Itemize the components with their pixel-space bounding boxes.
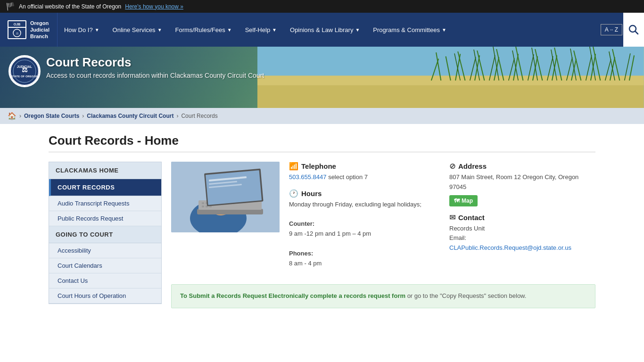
nav-bar: OJB ⚖ Oregon Judicial Branch How Do I? ▼… (0, 13, 644, 47)
hero-banner: JUDICIAL ⚖ STATE OF OREGON Court Records… (0, 47, 644, 108)
nav-self-help[interactable]: Self-Help ▼ (239, 13, 283, 47)
translate-button[interactable]: A ↔ Z (601, 24, 622, 35)
official-text: An official website of the State of Oreg… (19, 3, 121, 10)
nav-logo-text: Oregon Judicial Branch (30, 20, 50, 40)
svg-rect-10 (257, 75, 644, 85)
svg-text:OJB: OJB (14, 23, 20, 26)
nav-links: How Do I? ▼ Online Services ▼ Forms/Rule… (58, 13, 601, 47)
sidebar-section-clackamas-home[interactable]: CLACKAMAS HOME (49, 162, 161, 179)
main-content: Court Records - Home CLACKAMAS HOME COUR… (39, 124, 605, 318)
sidebar: CLACKAMAS HOME COURT RECORDS Audio Trans… (49, 162, 162, 304)
svg-text:STATE OF OREGON: STATE OF OREGON (11, 75, 38, 78)
hours-text: Monday through Friday, excluding legal h… (289, 200, 435, 269)
right-content: 📶 Telephone 503.655.8447 select option 7… (171, 162, 595, 308)
person-laptop-svg (171, 162, 280, 232)
phone-icon: 📶 (289, 162, 298, 171)
court-seal: JUDICIAL ⚖ STATE OF OREGON (8, 55, 41, 87)
svg-text:⚖: ⚖ (22, 66, 28, 74)
email-link[interactable]: CLAPublic.Records.Request@ojd.state.or.u… (449, 244, 571, 251)
breadcrumb-separator: › (176, 113, 178, 119)
chevron-down-icon: ▼ (442, 27, 446, 33)
notice-box: To Submit a Records Request Electronical… (171, 284, 595, 308)
how-to-know-link[interactable]: Here's how you know » (125, 3, 183, 10)
chevron-down-icon: ▼ (95, 27, 99, 33)
telephone-title: 📶 Telephone (289, 162, 435, 171)
home-breadcrumb-icon[interactable]: 🏠 (8, 112, 17, 120)
nav-online-services[interactable]: Online Services ▼ (106, 13, 169, 47)
info-row: 📶 Telephone 503.655.8447 select option 7… (171, 162, 595, 275)
sidebar-link-accessibility[interactable]: Accessibility (49, 243, 161, 258)
chevron-down-icon: ▼ (355, 27, 360, 33)
top-bar: 🏴 An official website of the State of Or… (0, 0, 644, 13)
ojb-logo-icon: OJB ⚖ (8, 20, 26, 39)
nav-logo[interactable]: OJB ⚖ Oregon Judicial Branch (0, 13, 58, 47)
breadcrumb-separator: › (82, 113, 84, 119)
content-layout: CLACKAMAS HOME COURT RECORDS Audio Trans… (49, 162, 595, 308)
hours-title: 🕐 Hours (289, 189, 435, 198)
chevron-down-icon: ▼ (157, 27, 162, 33)
map-button[interactable]: 🗺 Map (449, 195, 478, 206)
address-section: ⊘ Address 807 Main Street, Room 12 Orego… (449, 162, 595, 206)
svg-rect-69 (202, 206, 204, 207)
telephone-info: 503.655.8447 select option 7 (289, 173, 435, 182)
search-icon (628, 25, 639, 35)
court-records-image (171, 162, 280, 232)
location-icon: ⊘ (449, 162, 455, 171)
notice-normal: or go to the "Copy Requests" section bel… (405, 292, 526, 299)
page-title: Court Records - Home (49, 133, 595, 148)
phone-link[interactable]: 503.655.8447 (289, 173, 327, 181)
breadcrumb-separator: › (19, 113, 21, 119)
chevron-down-icon: ▼ (272, 27, 277, 33)
info-columns: 📶 Telephone 503.655.8447 select option 7… (289, 162, 595, 275)
contact-section: ✉ Contact Records Unit Email: CLAPublic.… (449, 213, 595, 253)
mail-icon: ✉ (449, 213, 455, 222)
hours-section: 🕐 Hours Monday through Friday, excluding… (289, 189, 435, 269)
sidebar-link-audio-transcript[interactable]: Audio Transcript Requests (49, 196, 161, 211)
contact-text: Records Unit Email: CLAPublic.Records.Re… (449, 224, 595, 253)
sidebar-link-court-calendars[interactable]: Court Calendars (49, 258, 161, 273)
nav-programs[interactable]: Programs & Committees ▼ (366, 13, 453, 47)
title-divider (49, 152, 595, 152)
telephone-section: 📶 Telephone 503.655.8447 select option 7 (289, 162, 435, 182)
sidebar-section-going-to-court[interactable]: GOING TO COURT (49, 226, 161, 243)
svg-rect-61 (202, 202, 204, 204)
hero-subtitle: Access to court records information with… (46, 72, 264, 79)
sidebar-link-public-records[interactable]: Public Records Request (49, 211, 161, 226)
sidebar-link-court-hours[interactable]: Court Hours of Operation (49, 288, 161, 304)
breadcrumb-clackamas[interactable]: Clackamas County Circuit Court (87, 113, 173, 119)
nav-forms-rules[interactable]: Forms/Rules/Fees ▼ (169, 13, 239, 47)
notice-highlight: To Submit a Records Request Electronical… (180, 292, 405, 299)
address-text: 807 Main Street, Room 12 Oregon City, Or… (449, 173, 595, 192)
contact-title: ✉ Contact (449, 213, 595, 222)
nav-how-do-i[interactable]: How Do I? ▼ (58, 13, 106, 47)
breadcrumb: 🏠 › Oregon State Courts › Clackamas Coun… (0, 108, 644, 124)
nav-right: A ↔ Z (601, 13, 644, 47)
nav-opinions-law[interactable]: Opinions & Law Library ▼ (283, 13, 366, 47)
hero-title: Court Records (46, 55, 264, 70)
breadcrumb-current: Court Records (181, 113, 217, 119)
hero-text-block: Court Records Access to court records in… (46, 55, 264, 79)
hero-background-svg (257, 47, 644, 108)
svg-line-7 (636, 32, 638, 34)
info-col-right: ⊘ Address 807 Main Street, Room 12 Orego… (449, 162, 595, 275)
sidebar-link-contact-us[interactable]: Contact Us (49, 273, 161, 288)
map-icon: 🗺 (454, 197, 460, 204)
chevron-down-icon: ▼ (227, 27, 232, 33)
search-button[interactable] (623, 13, 644, 47)
info-col-left: 📶 Telephone 503.655.8447 select option 7… (289, 162, 435, 275)
address-title: ⊘ Address (449, 162, 595, 171)
oregon-flag-icon: 🏴 (6, 2, 15, 11)
breadcrumb-oregon-courts[interactable]: Oregon State Courts (24, 113, 79, 119)
clock-icon: 🕐 (289, 189, 298, 198)
sidebar-section-court-records[interactable]: COURT RECORDS (49, 179, 161, 196)
